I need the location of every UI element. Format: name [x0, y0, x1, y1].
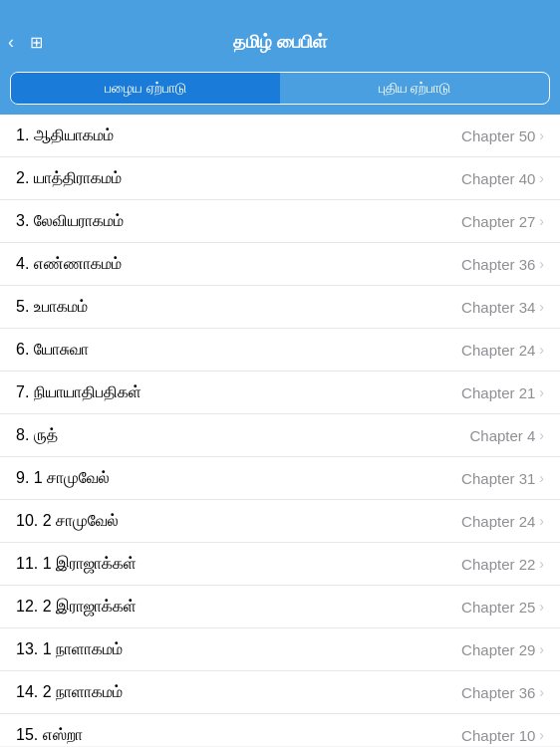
chevron-right-icon: ›	[539, 384, 544, 400]
nav-grid-button[interactable]: ⊞	[30, 33, 43, 52]
chapter-label: Chapter 4	[469, 427, 535, 444]
book-name: 1. ஆதியாகமம்	[16, 126, 114, 144]
chapter-label: Chapter 29	[461, 641, 535, 658]
chevron-right-icon: ›	[539, 170, 544, 186]
book-name: 9. 1 சாமுவேல்	[16, 469, 110, 487]
chapter-label: Chapter 50	[461, 127, 535, 144]
list-item[interactable]: 11. 1 இராஜாக்கள் Chapter 22 ›	[0, 543, 560, 586]
book-list: 1. ஆதியாகமம் Chapter 50 › 2. யாத்திராகமம…	[0, 115, 560, 746]
book-name: 7. நியாயாதிபதிகள்	[16, 383, 141, 401]
nav-title: தமிழ் பைபிள்	[233, 32, 327, 53]
old-testament-tab[interactable]: பழைய ஏற்பாடு	[11, 73, 280, 104]
list-item[interactable]: 14. 2 நாளாகமம் Chapter 36 ›	[0, 671, 560, 714]
book-chapter-info: Chapter 22 ›	[461, 556, 544, 573]
chapter-label: Chapter 22	[461, 556, 535, 573]
chevron-right-icon: ›	[539, 299, 544, 315]
chapter-label: Chapter 24	[461, 513, 535, 530]
list-item[interactable]: 9. 1 சாமுவேல் Chapter 31 ›	[0, 457, 560, 500]
chapter-label: Chapter 10	[461, 727, 535, 744]
list-item[interactable]: 6. யோசுவா Chapter 24 ›	[0, 329, 560, 372]
book-chapter-info: Chapter 34 ›	[461, 299, 544, 316]
chevron-right-icon: ›	[539, 513, 544, 529]
nav-back-button[interactable]: ‹	[8, 32, 14, 53]
book-name: 13. 1 நாளாகமம்	[16, 640, 123, 658]
chapter-label: Chapter 34	[461, 299, 535, 316]
list-item[interactable]: 10. 2 சாமுவேல் Chapter 24 ›	[0, 500, 560, 543]
segment-control: பழைய ஏற்பாடு புதிய ஏற்பாடு	[10, 72, 550, 105]
list-item[interactable]: 12. 2 இராஜாக்கள் Chapter 25 ›	[0, 586, 560, 628]
nav-bar: ‹ ⊞ தமிழ் பைபிள்	[0, 20, 560, 64]
list-item[interactable]: 7. நியாயாதிபதிகள் Chapter 21 ›	[0, 372, 560, 414]
list-item[interactable]: 13. 1 நாளாகமம் Chapter 29 ›	[0, 628, 560, 671]
book-chapter-info: Chapter 29 ›	[461, 641, 544, 658]
book-chapter-info: Chapter 40 ›	[461, 170, 544, 187]
chapter-label: Chapter 25	[461, 599, 535, 616]
new-testament-tab[interactable]: புதிய ஏற்பாடு	[280, 73, 549, 104]
list-item[interactable]: 2. யாத்திராகமம் Chapter 40 ›	[0, 157, 560, 200]
book-name: 12. 2 இராஜாக்கள்	[16, 598, 137, 616]
chevron-right-icon: ›	[539, 213, 544, 229]
book-name: 8. ருத்	[16, 426, 58, 444]
chevron-right-icon: ›	[539, 684, 544, 700]
list-item[interactable]: 4. எண்ணாகமம் Chapter 36 ›	[0, 243, 560, 286]
book-chapter-info: Chapter 4 ›	[469, 427, 544, 444]
chevron-right-icon: ›	[539, 427, 544, 443]
chapter-label: Chapter 36	[461, 684, 535, 701]
book-name: 5. உபாகமம்	[16, 298, 88, 316]
book-name: 3. லேவியராகமம்	[16, 212, 124, 230]
status-bar	[0, 0, 560, 20]
chevron-right-icon: ›	[539, 556, 544, 572]
book-chapter-info: Chapter 31 ›	[461, 470, 544, 487]
chapter-label: Chapter 27	[461, 213, 535, 230]
chevron-right-icon: ›	[539, 470, 544, 486]
chevron-right-icon: ›	[539, 641, 544, 657]
chapter-label: Chapter 24	[461, 342, 535, 359]
chapter-label: Chapter 36	[461, 256, 535, 273]
book-chapter-info: Chapter 21 ›	[461, 384, 544, 401]
chevron-right-icon: ›	[539, 599, 544, 615]
chevron-right-icon: ›	[539, 342, 544, 358]
list-item[interactable]: 3. லேவியராகமம் Chapter 27 ›	[0, 200, 560, 243]
book-chapter-info: Chapter 36 ›	[461, 256, 544, 273]
book-chapter-info: Chapter 36 ›	[461, 684, 544, 701]
book-chapter-info: Chapter 27 ›	[461, 213, 544, 230]
chevron-right-icon: ›	[539, 727, 544, 743]
chevron-right-icon: ›	[539, 256, 544, 272]
chapter-label: Chapter 31	[461, 470, 535, 487]
book-name: 6. யோசுவா	[16, 341, 89, 359]
book-chapter-info: Chapter 25 ›	[461, 599, 544, 616]
chevron-right-icon: ›	[539, 127, 544, 143]
chapter-label: Chapter 21	[461, 384, 535, 401]
book-name: 2. யாத்திராகமம்	[16, 169, 122, 187]
list-item[interactable]: 15. எஸ்றா Chapter 10 ›	[0, 714, 560, 746]
book-name: 11. 1 இராஜாக்கள்	[16, 555, 137, 573]
list-item[interactable]: 8. ருத் Chapter 4 ›	[0, 414, 560, 457]
book-chapter-info: Chapter 24 ›	[461, 513, 544, 530]
segment-container: பழைய ஏற்பாடு புதிய ஏற்பாடு	[0, 64, 560, 115]
grid-icon: ⊞	[30, 34, 43, 51]
book-name: 15. எஸ்றா	[16, 726, 83, 744]
back-chevron-icon: ‹	[8, 32, 14, 53]
list-item[interactable]: 1. ஆதியாகமம் Chapter 50 ›	[0, 115, 560, 157]
list-item[interactable]: 5. உபாகமம் Chapter 34 ›	[0, 286, 560, 329]
chapter-label: Chapter 40	[461, 170, 535, 187]
book-name: 10. 2 சாமுவேல்	[16, 512, 119, 530]
book-chapter-info: Chapter 24 ›	[461, 342, 544, 359]
book-chapter-info: Chapter 50 ›	[461, 127, 544, 144]
book-name: 4. எண்ணாகமம்	[16, 255, 122, 273]
book-name: 14. 2 நாளாகமம்	[16, 683, 123, 701]
book-chapter-info: Chapter 10 ›	[461, 727, 544, 744]
